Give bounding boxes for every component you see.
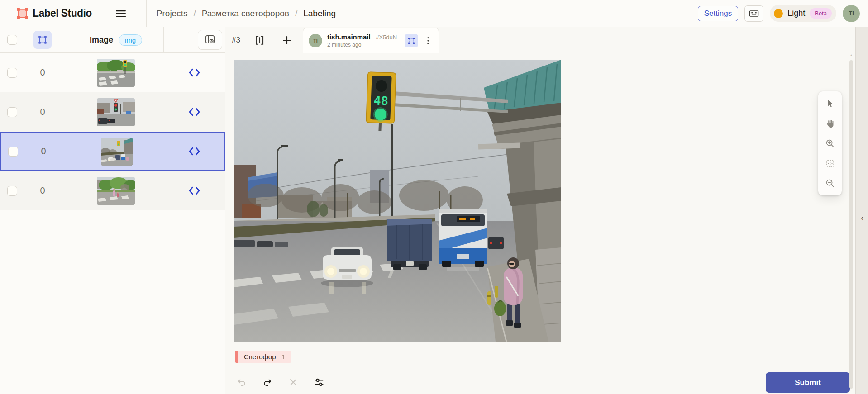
image-canvas: 48	[225, 53, 855, 370]
breadcrumb-project-name[interactable]: Разметка светофоров	[202, 9, 289, 19]
scrollbar-thumb[interactable]	[849, 60, 853, 389]
undo-icon[interactable]	[236, 377, 247, 388]
hand-icon	[825, 119, 835, 129]
annotation-count: 0	[17, 185, 68, 196]
annotation-count: 0	[18, 146, 69, 157]
app-header: Label Studio Projects / Разметка светофо…	[0, 0, 868, 27]
split-view-button[interactable]	[252, 33, 267, 48]
breadcrumb: Projects / Разметка светофоров / Labelin…	[157, 9, 336, 19]
code-brackets-icon[interactable]	[188, 186, 200, 195]
regions-toggle-button[interactable]	[405, 34, 418, 47]
fit-screen-icon	[825, 158, 835, 169]
annotation-tab[interactable]: TI tish.mainmail #X5duN 2 minutes ago	[303, 28, 439, 53]
code-brackets-icon[interactable]	[188, 147, 200, 156]
theme-dot-icon	[774, 9, 783, 18]
fit-screen-tool-button[interactable]	[818, 153, 842, 173]
column-header-image[interactable]: image img	[68, 27, 164, 52]
settings-button[interactable]: Settings	[698, 6, 738, 21]
zoom-in-tool-button[interactable]	[818, 133, 842, 153]
task-list-sidebar: image img 0	[0, 27, 225, 394]
view-settings-button[interactable]	[198, 30, 222, 50]
app-name: Label Studio	[33, 7, 92, 19]
task-thumbnail[interactable]	[97, 177, 135, 205]
select-all-checkbox[interactable]	[7, 35, 17, 45]
task-row-1[interactable]: 0	[0, 53, 225, 92]
labeling-workspace: #3 TI tish.mainmail #X5duN 2 minutes ago	[225, 27, 855, 394]
plus-icon	[281, 35, 292, 46]
canvas-scrollbar[interactable]: ▲	[849, 52, 854, 392]
bbox-region-icon	[407, 37, 415, 45]
task-id: #3	[232, 36, 240, 45]
pan-tool-button[interactable]	[818, 114, 842, 133]
task-row-3-selected[interactable]: 0	[0, 132, 225, 171]
keyboard-shortcuts-button[interactable]	[744, 5, 763, 22]
move-tool-button[interactable]	[818, 94, 842, 114]
code-brackets-icon[interactable]	[188, 108, 200, 116]
row-checkbox[interactable]	[7, 107, 17, 117]
theme-toggle[interactable]: Light Beta	[770, 5, 836, 22]
annotation-footer: Submit	[225, 370, 855, 394]
header-divider	[146, 0, 147, 27]
kebab-menu-icon	[424, 36, 432, 46]
task-row-4[interactable]: 0	[0, 171, 225, 210]
task-thumbnail[interactable]	[97, 98, 135, 126]
row-checkbox[interactable]	[8, 147, 18, 157]
hamburger-menu-icon[interactable]	[113, 5, 129, 22]
annotator-avatar: TI	[309, 34, 322, 47]
annotation-tabbar: #3 TI tish.mainmail #X5duN 2 minutes ago	[225, 27, 855, 53]
reset-x-icon[interactable]	[288, 377, 299, 388]
right-panel-strip: ‹	[855, 27, 868, 394]
breadcrumb-separator: /	[193, 9, 196, 19]
bbox-grid-icon	[38, 35, 48, 45]
annotation-time: 2 minutes ago	[327, 42, 397, 48]
annotator-name: tish.mainmail	[327, 33, 371, 41]
collapse-chevron-icon[interactable]: ‹	[856, 214, 868, 223]
app-logo[interactable]: Label Studio	[16, 7, 92, 19]
task-thumbnail[interactable]	[97, 59, 135, 87]
zoom-out-icon	[825, 178, 835, 188]
breadcrumb-separator: /	[295, 9, 297, 19]
column-name: image	[90, 35, 113, 45]
settings-sliders-icon[interactable]	[314, 377, 324, 388]
add-annotation-button[interactable]	[279, 33, 295, 48]
task-list-toolbar: image img	[0, 27, 225, 53]
theme-label: Light	[787, 9, 805, 18]
task-image[interactable]: 48	[234, 60, 561, 342]
annotation-menu-button[interactable]	[423, 34, 433, 47]
code-brackets-icon[interactable]	[188, 68, 200, 77]
label-studio-logo-icon	[16, 7, 29, 19]
panel-eye-icon	[204, 34, 216, 46]
arrow-cursor-icon	[825, 99, 835, 109]
annotation-count: 0	[17, 67, 68, 78]
user-avatar[interactable]: TI	[843, 5, 860, 22]
column-type-badge: img	[119, 34, 142, 46]
row-checkbox[interactable]	[7, 186, 17, 196]
region-label-name: Светофор	[244, 353, 276, 361]
bbox-grid-view-button[interactable]	[33, 31, 52, 49]
split-columns-icon	[254, 34, 266, 46]
annotation-id: #X5duN	[376, 34, 397, 41]
breadcrumb-current-page: Labeling	[303, 9, 336, 19]
breadcrumb-projects[interactable]: Projects	[157, 9, 188, 19]
zoom-out-tool-button[interactable]	[818, 173, 842, 193]
scrollbar-up-arrow-icon[interactable]: ▲	[849, 52, 854, 58]
task-thumbnail[interactable]	[101, 138, 133, 166]
region-label-svetofor[interactable]: Светофор 1	[235, 351, 291, 363]
row-checkbox[interactable]	[7, 68, 17, 78]
traffic-light-countdown: 48	[373, 93, 389, 108]
keyboard-icon	[749, 8, 759, 19]
zoom-in-icon	[825, 138, 835, 148]
submit-button[interactable]: Submit	[766, 372, 850, 393]
beta-badge: Beta	[810, 8, 832, 19]
canvas-tool-palette	[818, 91, 842, 195]
task-row-2[interactable]: 0	[0, 92, 225, 132]
annotation-count: 0	[17, 107, 68, 117]
redo-icon[interactable]	[262, 377, 273, 388]
region-label-count: 1	[282, 353, 286, 361]
